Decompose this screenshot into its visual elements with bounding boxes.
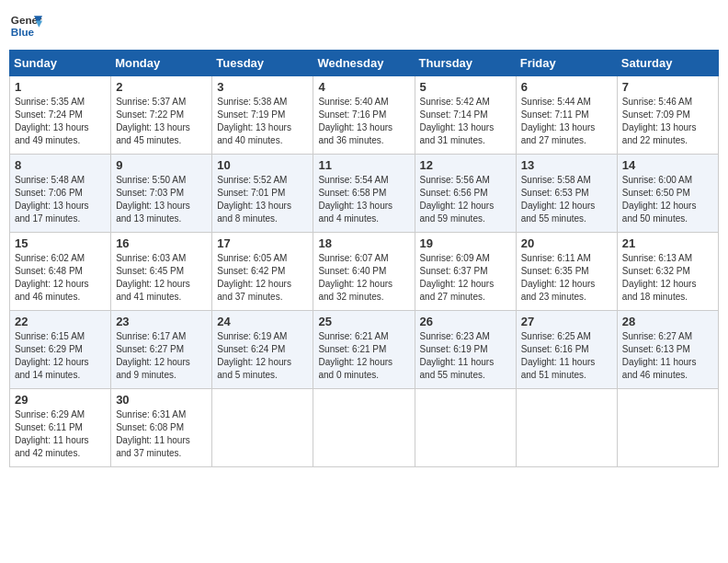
day-cell — [313, 389, 415, 467]
day-cell: 18Sunrise: 6:07 AM Sunset: 6:40 PM Dayli… — [313, 233, 415, 311]
day-info: Sunrise: 5:42 AM Sunset: 7:14 PM Dayligh… — [420, 96, 511, 147]
day-info: Sunrise: 6:15 AM Sunset: 6:29 PM Dayligh… — [15, 330, 106, 382]
days-header-row: SundayMondayTuesdayWednesdayThursdayFrid… — [10, 51, 719, 76]
day-cell: 22Sunrise: 6:15 AM Sunset: 6:29 PM Dayli… — [10, 311, 111, 389]
day-header-friday: Friday — [516, 51, 617, 76]
week-row-2: 8Sunrise: 5:48 AM Sunset: 7:06 PM Daylig… — [10, 155, 719, 233]
day-info: Sunrise: 5:50 AM Sunset: 7:03 PM Dayligh… — [116, 174, 207, 225]
calendar-table: SundayMondayTuesdayWednesdayThursdayFrid… — [9, 50, 719, 467]
day-number: 10 — [217, 158, 308, 172]
day-number: 27 — [521, 315, 612, 328]
day-number: 28 — [622, 315, 713, 328]
day-info: Sunrise: 6:29 AM Sunset: 6:11 PM Dayligh… — [15, 408, 106, 460]
logo: General Blue — [9, 9, 42, 42]
day-info: Sunrise: 6:27 AM Sunset: 6:13 PM Dayligh… — [622, 330, 713, 382]
week-row-4: 22Sunrise: 6:15 AM Sunset: 6:29 PM Dayli… — [10, 311, 719, 389]
day-info: Sunrise: 6:05 AM Sunset: 6:42 PM Dayligh… — [217, 252, 308, 304]
day-number: 4 — [318, 80, 409, 94]
day-number: 14 — [622, 158, 713, 172]
day-cell: 5Sunrise: 5:42 AM Sunset: 7:14 PM Daylig… — [415, 76, 516, 155]
day-number: 7 — [622, 80, 713, 94]
day-info: Sunrise: 5:46 AM Sunset: 7:09 PM Dayligh… — [622, 96, 713, 147]
day-cell: 30Sunrise: 6:31 AM Sunset: 6:08 PM Dayli… — [111, 389, 212, 467]
day-number: 19 — [420, 236, 511, 250]
week-row-3: 15Sunrise: 6:02 AM Sunset: 6:48 PM Dayli… — [10, 233, 719, 311]
day-number: 9 — [116, 158, 207, 172]
day-number: 18 — [318, 236, 409, 250]
day-info: Sunrise: 6:03 AM Sunset: 6:45 PM Dayligh… — [116, 252, 207, 304]
day-number: 30 — [116, 393, 207, 407]
day-number: 16 — [116, 236, 207, 250]
day-cell: 8Sunrise: 5:48 AM Sunset: 7:06 PM Daylig… — [10, 155, 111, 233]
day-info: Sunrise: 5:38 AM Sunset: 7:19 PM Dayligh… — [217, 96, 308, 147]
day-info: Sunrise: 5:52 AM Sunset: 7:01 PM Dayligh… — [217, 174, 308, 225]
day-number: 24 — [217, 315, 308, 328]
day-cell: 10Sunrise: 5:52 AM Sunset: 7:01 PM Dayli… — [212, 155, 313, 233]
day-cell — [212, 389, 313, 467]
day-info: Sunrise: 5:37 AM Sunset: 7:22 PM Dayligh… — [116, 96, 207, 147]
day-info: Sunrise: 5:48 AM Sunset: 7:06 PM Dayligh… — [15, 174, 106, 225]
day-info: Sunrise: 5:35 AM Sunset: 7:24 PM Dayligh… — [15, 96, 106, 147]
day-number: 8 — [15, 158, 106, 172]
day-info: Sunrise: 6:09 AM Sunset: 6:37 PM Dayligh… — [420, 252, 511, 304]
day-cell: 24Sunrise: 6:19 AM Sunset: 6:24 PM Dayli… — [212, 311, 313, 389]
day-cell: 20Sunrise: 6:11 AM Sunset: 6:35 PM Dayli… — [516, 233, 617, 311]
day-number: 23 — [116, 315, 207, 328]
day-number: 13 — [521, 158, 612, 172]
day-cell: 28Sunrise: 6:27 AM Sunset: 6:13 PM Dayli… — [617, 311, 718, 389]
day-cell: 29Sunrise: 6:29 AM Sunset: 6:11 PM Dayli… — [10, 389, 111, 467]
day-number: 22 — [15, 315, 106, 328]
day-header-wednesday: Wednesday — [313, 51, 415, 76]
day-cell: 6Sunrise: 5:44 AM Sunset: 7:11 PM Daylig… — [516, 76, 617, 155]
day-number: 29 — [15, 393, 106, 407]
day-info: Sunrise: 6:25 AM Sunset: 6:16 PM Dayligh… — [521, 330, 612, 382]
day-number: 6 — [521, 80, 612, 94]
day-number: 21 — [622, 236, 713, 250]
day-number: 3 — [217, 80, 308, 94]
day-cell: 3Sunrise: 5:38 AM Sunset: 7:19 PM Daylig… — [212, 76, 313, 155]
day-cell: 12Sunrise: 5:56 AM Sunset: 6:56 PM Dayli… — [415, 155, 516, 233]
day-number: 26 — [420, 315, 511, 328]
day-cell: 9Sunrise: 5:50 AM Sunset: 7:03 PM Daylig… — [111, 155, 212, 233]
day-cell: 26Sunrise: 6:23 AM Sunset: 6:19 PM Dayli… — [415, 311, 516, 389]
day-cell: 2Sunrise: 5:37 AM Sunset: 7:22 PM Daylig… — [111, 76, 212, 155]
day-number: 2 — [116, 80, 207, 94]
day-cell: 7Sunrise: 5:46 AM Sunset: 7:09 PM Daylig… — [617, 76, 718, 155]
day-cell — [617, 389, 718, 467]
svg-text:Blue: Blue — [11, 26, 35, 38]
day-info: Sunrise: 6:23 AM Sunset: 6:19 PM Dayligh… — [420, 330, 511, 382]
day-cell: 4Sunrise: 5:40 AM Sunset: 7:16 PM Daylig… — [313, 76, 415, 155]
day-info: Sunrise: 5:58 AM Sunset: 6:53 PM Dayligh… — [521, 174, 612, 225]
day-cell: 17Sunrise: 6:05 AM Sunset: 6:42 PM Dayli… — [212, 233, 313, 311]
day-cell — [516, 389, 617, 467]
day-cell: 16Sunrise: 6:03 AM Sunset: 6:45 PM Dayli… — [111, 233, 212, 311]
day-number: 12 — [420, 158, 511, 172]
day-info: Sunrise: 6:31 AM Sunset: 6:08 PM Dayligh… — [116, 408, 207, 460]
day-info: Sunrise: 6:02 AM Sunset: 6:48 PM Dayligh… — [15, 252, 106, 304]
day-info: Sunrise: 5:56 AM Sunset: 6:56 PM Dayligh… — [420, 174, 511, 225]
day-cell: 13Sunrise: 5:58 AM Sunset: 6:53 PM Dayli… — [516, 155, 617, 233]
day-cell — [415, 389, 516, 467]
day-number: 17 — [217, 236, 308, 250]
day-info: Sunrise: 6:17 AM Sunset: 6:27 PM Dayligh… — [116, 330, 207, 382]
day-cell: 15Sunrise: 6:02 AM Sunset: 6:48 PM Dayli… — [10, 233, 111, 311]
day-cell: 1Sunrise: 5:35 AM Sunset: 7:24 PM Daylig… — [10, 76, 111, 155]
day-cell: 21Sunrise: 6:13 AM Sunset: 6:32 PM Dayli… — [617, 233, 718, 311]
logo-icon: General Blue — [9, 9, 42, 42]
week-row-5: 29Sunrise: 6:29 AM Sunset: 6:11 PM Dayli… — [10, 389, 719, 467]
week-row-1: 1Sunrise: 5:35 AM Sunset: 7:24 PM Daylig… — [10, 76, 719, 155]
day-header-sunday: Sunday — [10, 51, 111, 76]
day-number: 11 — [318, 158, 409, 172]
day-header-tuesday: Tuesday — [212, 51, 313, 76]
day-cell: 11Sunrise: 5:54 AM Sunset: 6:58 PM Dayli… — [313, 155, 415, 233]
day-info: Sunrise: 5:54 AM Sunset: 6:58 PM Dayligh… — [318, 174, 409, 225]
day-info: Sunrise: 6:11 AM Sunset: 6:35 PM Dayligh… — [521, 252, 612, 304]
day-cell: 14Sunrise: 6:00 AM Sunset: 6:50 PM Dayli… — [617, 155, 718, 233]
day-info: Sunrise: 6:00 AM Sunset: 6:50 PM Dayligh… — [622, 174, 713, 225]
day-number: 25 — [318, 315, 409, 328]
day-info: Sunrise: 6:13 AM Sunset: 6:32 PM Dayligh… — [622, 252, 713, 304]
day-number: 1 — [15, 80, 106, 94]
page-header: General Blue — [9, 9, 719, 42]
day-header-thursday: Thursday — [415, 51, 516, 76]
day-info: Sunrise: 6:07 AM Sunset: 6:40 PM Dayligh… — [318, 252, 409, 304]
